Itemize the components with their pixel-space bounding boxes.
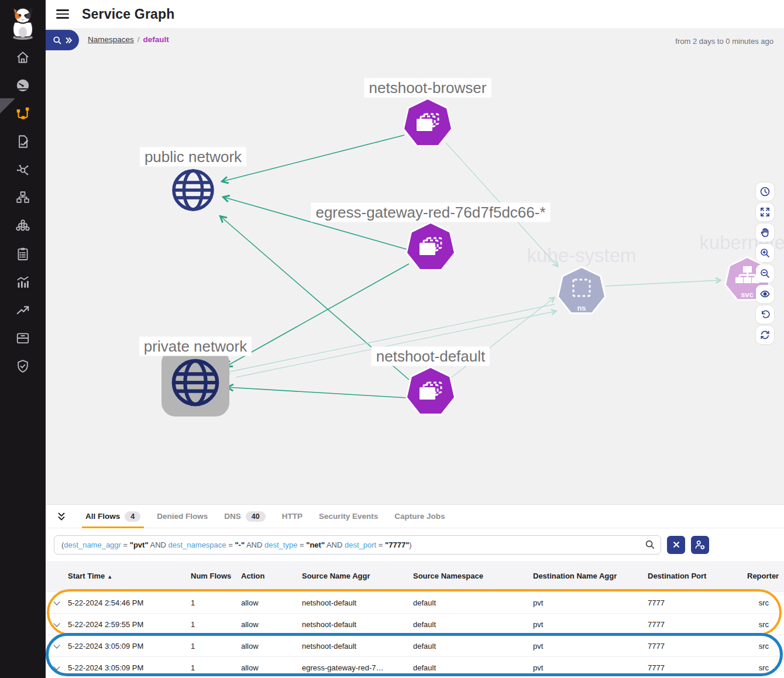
query-field: dest_port <box>345 541 376 549</box>
sidebar-item-storage[interactable] <box>0 324 46 352</box>
tab-label: Capture Jobs <box>394 512 445 521</box>
tab-label: All Flows <box>85 512 120 521</box>
graph-search-button[interactable] <box>46 30 79 50</box>
expand-row-icon[interactable] <box>54 643 60 649</box>
query-field: dest_name_aggr <box>64 541 121 549</box>
query-value: "7777" <box>385 541 409 549</box>
flow-visualizations-icon <box>15 162 30 177</box>
zoom-out-icon <box>759 268 771 279</box>
flow-row[interactable]: 5-22-2024 2:59:55 PM1allownetshoot-defau… <box>46 613 784 635</box>
breadcrumb-namespaces-link[interactable]: Namespaces <box>88 35 134 44</box>
graph-node-kube-system[interactable]: ns <box>556 266 607 316</box>
sidebar-item-activity[interactable] <box>0 296 46 324</box>
query-value: "pvt" <box>130 541 149 549</box>
sidebar-item-policies[interactable] <box>0 128 46 156</box>
top-header: Service Graph <box>46 0 784 28</box>
tab-label: Denied Flows <box>157 512 208 521</box>
undo-icon <box>759 309 771 320</box>
expand-row-icon[interactable] <box>54 665 60 670</box>
fit-to-screen-button[interactable] <box>756 203 774 221</box>
flow-row[interactable]: 5-22-2024 2:54:46 PM1allownetshoot-defau… <box>46 591 784 613</box>
column-header-source-namespace[interactable]: Source Namespace <box>413 572 533 581</box>
visibility-button[interactable] <box>756 285 774 303</box>
tab-badge: 40 <box>246 511 266 522</box>
tab-denied-flows[interactable]: Denied Flows <box>149 505 216 528</box>
breadcrumb-separator: / <box>137 35 140 44</box>
flow-filter-input[interactable]: (dest_name_aggr = "pvt" AND dest_namespa… <box>54 535 661 555</box>
sidebar-item-dashboard[interactable] <box>0 71 46 99</box>
graph-node-netshoot-browser[interactable] <box>402 98 453 149</box>
flow-cell: 1 <box>191 642 241 651</box>
time-range-button[interactable] <box>756 183 774 201</box>
query-value: "net" <box>306 541 325 549</box>
flow-row[interactable]: 5-22-2024 3:05:09 PM1allowegress-gateway… <box>46 656 784 678</box>
sort-asc-icon: ▲ <box>107 574 112 580</box>
graph-label-netshoot-default: netshoot-default <box>372 347 490 366</box>
breadcrumb: Namespaces/default <box>88 35 169 44</box>
refresh-button[interactable] <box>756 326 774 344</box>
flow-cell: default <box>413 663 533 672</box>
graph-node-egress-gateway[interactable] <box>405 222 456 273</box>
query-punct: ) <box>409 541 411 549</box>
query-keyword: AND <box>149 541 169 549</box>
clear-filter-button[interactable] <box>667 536 685 554</box>
sidebar-item-endpoints[interactable] <box>0 184 46 212</box>
graph-node-netshoot-default[interactable] <box>405 366 456 418</box>
flow-row[interactable]: 5-22-2024 3:05:09 PM1allownetshoot-defau… <box>46 635 784 656</box>
tab-capture-jobs[interactable]: Capture Jobs <box>386 505 453 528</box>
collapse-panel-icon[interactable] <box>56 511 67 522</box>
flow-cell: allow <box>241 598 302 607</box>
active-item-notch <box>0 98 15 113</box>
sidebar-item-clusters[interactable] <box>0 212 46 240</box>
undo-button[interactable] <box>756 305 774 323</box>
tab-security-events[interactable]: Security Events <box>311 505 386 528</box>
flow-cell: egress-gateway-red-7… <box>302 663 413 672</box>
column-header-destination-name-aggr[interactable]: Destination Name Aggr <box>533 572 648 581</box>
graph-node-public-network[interactable] <box>170 167 216 215</box>
column-header-reporter[interactable]: Reporter <box>747 572 784 581</box>
flows-table-header: Start Time▲Num FlowsActionSource Name Ag… <box>46 561 784 591</box>
flow-cell: 5-22-2024 3:05:09 PM <box>68 663 191 672</box>
visibility-icon <box>759 288 771 300</box>
flow-cell: allow <box>241 620 302 629</box>
refresh-icon <box>759 329 771 340</box>
tab-label: Security Events <box>319 512 378 521</box>
tab-http[interactable]: HTTP <box>274 505 311 528</box>
zoom-in-button[interactable] <box>756 244 774 262</box>
service-graph-canvas[interactable]: netshoot-browserpublic network egress-ga… <box>46 28 784 504</box>
breadcrumb-current: default <box>143 35 169 44</box>
flow-cell: default <box>413 620 533 629</box>
sidebar-item-home[interactable] <box>0 43 46 71</box>
flow-cell: default <box>413 598 533 607</box>
tab-all-flows[interactable]: All Flows4 <box>77 505 149 528</box>
query-keyword: AND <box>245 541 264 549</box>
pan-button[interactable] <box>756 223 774 242</box>
menu-toggle-icon[interactable] <box>56 9 69 19</box>
flows-tabs: All Flows4Denied FlowsDNS40HTTPSecurity … <box>46 505 784 528</box>
sidebar-item-compliance[interactable] <box>0 240 46 268</box>
query-op: = <box>226 541 235 549</box>
column-header-action[interactable]: Action <box>241 572 302 581</box>
close-icon <box>672 541 680 549</box>
expand-row-icon[interactable] <box>54 600 60 605</box>
query-op: = <box>297 541 306 549</box>
column-header-num-flows[interactable]: Num Flows <box>191 572 241 581</box>
graph-node-private-network[interactable] <box>161 349 229 417</box>
flow-cell: 7777 <box>648 663 747 672</box>
compliance-icon <box>15 246 30 261</box>
column-header-source-name-aggr[interactable]: Source Name Aggr <box>302 572 413 581</box>
sidebar-item-flow-visualizations[interactable] <box>0 156 46 184</box>
column-header-start-time[interactable]: Start Time▲ <box>68 572 191 581</box>
flow-cell: 7777 <box>648 642 747 651</box>
column-header-destination-port[interactable]: Destination Port <box>648 572 747 581</box>
home-icon <box>15 50 30 65</box>
expand-row-icon[interactable] <box>54 621 60 627</box>
sidebar-item-security[interactable] <box>0 352 46 380</box>
flow-cell: 5-22-2024 2:59:55 PM <box>68 620 191 629</box>
query-op: = <box>121 541 130 549</box>
tab-dns[interactable]: DNS40 <box>216 505 273 528</box>
user-settings-button[interactable] <box>691 536 709 554</box>
sidebar-item-statistics[interactable] <box>0 268 46 296</box>
filter-search-icon[interactable] <box>645 539 655 552</box>
zoom-out-button[interactable] <box>756 264 774 283</box>
